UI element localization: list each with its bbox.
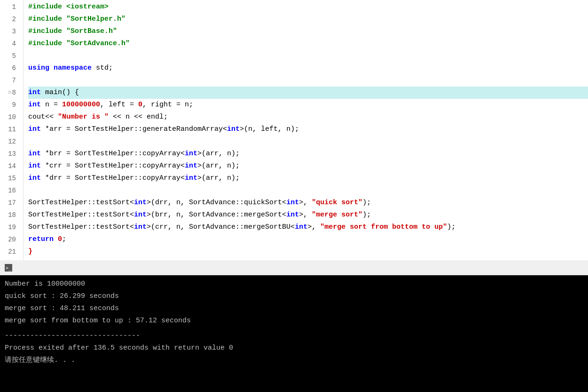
line-num-label: 13	[8, 148, 16, 160]
keyword: int	[28, 125, 41, 133]
code-line-15: int *drr = SortTestHelper::copyArray<int…	[28, 172, 588, 184]
collapse-icon-8[interactable]: ⊟	[8, 87, 11, 99]
string-literal: "quick sort"	[312, 199, 362, 207]
line-number-8: ⊟8	[5, 87, 18, 99]
line-number-11: 11	[5, 123, 18, 136]
keyword: int	[28, 162, 41, 170]
line-num-label: 1	[12, 1, 16, 13]
preprocessor: #include "SortAdvance.h"	[28, 40, 130, 48]
code-line-1: #include <iostream>	[28, 1, 588, 13]
line-num-label: 2	[12, 13, 16, 25]
line-number-17: 17	[5, 197, 18, 209]
code-line-17: SortTestHelper::testSort<int>(drr, n, So…	[28, 197, 588, 209]
keyword: int	[28, 174, 41, 182]
line-numbers: 1234567⊟89101112131415161718192021	[0, 0, 24, 260]
line-num-label: 7	[12, 74, 16, 87]
line-num-label: 20	[8, 233, 16, 246]
keyword: int	[134, 211, 147, 219]
string-literal: "merge sort from bottom to up"	[320, 223, 447, 231]
code-line-19: SortTestHelper::testSort<int>(crr, n, So…	[28, 221, 588, 233]
code-editor: 1234567⊟89101112131415161718192021 #incl…	[0, 0, 588, 260]
line-num-label: 11	[8, 123, 16, 136]
terminal-output-line: merge sort from bottom to up : 57.12 sec…	[5, 315, 583, 327]
line-number-16: 16	[5, 184, 18, 197]
line-num-label: 14	[8, 160, 16, 172]
line-num-label: 10	[8, 111, 16, 123]
keyword: int	[28, 150, 41, 158]
number-literal: 0	[138, 101, 142, 109]
keyword: int	[286, 211, 299, 219]
keyword: int	[134, 223, 147, 231]
line-num-label: 16	[8, 184, 16, 197]
preprocessor: #include <iostream>	[28, 3, 109, 11]
line-number-13: 13	[5, 148, 18, 160]
line-num-label: 3	[12, 25, 16, 38]
keyword: int	[185, 150, 197, 158]
string-literal: }	[28, 248, 32, 256]
line-num-label: 18	[8, 209, 16, 221]
code-line-4: #include "SortAdvance.h"	[28, 38, 588, 50]
string-literal: "Number is "	[58, 113, 109, 121]
code-line-16	[28, 184, 588, 197]
line-number-1: 1	[5, 1, 18, 13]
code-line-6: using namespace std;	[28, 62, 588, 74]
line-num-label: 19	[8, 221, 16, 233]
line-number-20: 20	[5, 233, 18, 246]
line-num-label: 8	[12, 87, 16, 99]
line-number-9: 9	[5, 99, 18, 111]
keyword: int	[134, 199, 147, 207]
code-line-21: }	[28, 246, 588, 258]
line-num-label: 15	[8, 172, 16, 184]
terminal-output-line: merge sort : 48.211 seconds	[5, 303, 583, 315]
keyword: int	[295, 223, 307, 231]
code-line-7	[28, 74, 588, 87]
line-number-2: 2	[5, 13, 18, 25]
keyword: int	[28, 101, 41, 109]
keyword: int	[227, 125, 240, 133]
keyword: return	[28, 235, 54, 243]
terminal-output-line: Process exited after 136.5 seconds with …	[5, 342, 583, 354]
code-line-18: SortTestHelper::testSort<int>(brr, n, So…	[28, 209, 588, 221]
preprocessor: #include "SortBase.h"	[28, 27, 117, 35]
line-num-label: 5	[12, 50, 16, 62]
code-line-14: int *crr = SortTestHelper::copyArray<int…	[28, 160, 588, 172]
code-lines[interactable]: #include <iostream>#include "SortHelper.…	[24, 0, 588, 260]
terminal-output-line: --------------------------------	[5, 330, 583, 342]
line-number-5: 5	[5, 50, 18, 62]
line-number-6: 6	[5, 62, 18, 74]
line-number-7: 7	[5, 74, 18, 87]
number-literal: 0	[58, 235, 62, 243]
terminal-content: Number is 100000000quick sort : 26.299 s…	[0, 275, 588, 392]
line-number-3: 3	[5, 25, 18, 38]
terminal-output-line: Number is 100000000	[5, 278, 583, 290]
code-line-20: return 0;	[28, 233, 588, 246]
line-number-21: 21	[5, 246, 18, 258]
code-line-9: int n = 100000000, left = 0, right = n;	[28, 99, 588, 111]
keyword: int	[286, 199, 299, 207]
terminal-window: >_ Number is 100000000quick sort : 26.29…	[0, 260, 588, 392]
line-num-label: 17	[8, 197, 16, 209]
line-number-18: 18	[5, 209, 18, 221]
keyword: int	[185, 162, 197, 170]
line-number-19: 19	[5, 221, 18, 233]
terminal-output-line: 请按任意键继续. . .	[5, 354, 583, 367]
code-line-13: int *brr = SortTestHelper::copyArray<int…	[28, 148, 588, 160]
terminal-titlebar: >_	[0, 260, 588, 275]
code-line-3: #include "SortBase.h"	[28, 25, 588, 38]
code-line-8: int main() {	[28, 87, 588, 99]
line-num-label: 6	[12, 62, 16, 74]
line-num-label: 21	[8, 246, 16, 258]
number-literal: 100000000	[62, 101, 100, 109]
string-literal: "merge sort"	[312, 211, 362, 219]
code-line-12	[28, 136, 588, 148]
svg-text:>_: >_	[6, 265, 12, 271]
line-num-label: 12	[8, 136, 16, 148]
line-number-4: 4	[5, 38, 18, 50]
terminal-output-line: quick sort : 26.299 seconds	[5, 290, 583, 303]
keyword: using namespace	[28, 64, 92, 72]
line-number-12: 12	[5, 136, 18, 148]
line-number-10: 10	[5, 111, 18, 123]
keyword: int	[185, 174, 197, 182]
code-line-11: int *arr = SortTestHelper::generateRando…	[28, 123, 588, 136]
terminal-icon: >_	[5, 264, 12, 272]
